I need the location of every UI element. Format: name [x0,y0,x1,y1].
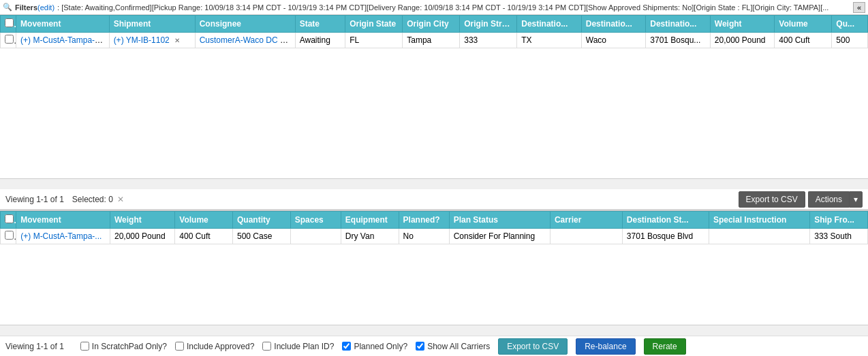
bottom-table-wrapper: Movement Weight Volume Quantity Spaces E… [0,211,868,325]
bot-col-spaces[interactable]: Spaces [290,212,341,229]
bottom-viewing-bar: Viewing 1-1 of 1 In ScratchPad Only? Inc… [0,336,868,356]
row-origin-state: FL [345,33,403,48]
bot-row-equipment: Dry Van [341,229,399,244]
rebalance-button[interactable]: Re-balance [576,338,635,355]
row-state: Awaiting [295,33,345,48]
bot-row-destst: 3701 Bosque Blvd [622,229,709,244]
collapse-button[interactable]: « [853,2,865,13]
top-col-origin-city[interactable]: Origin City [403,16,460,33]
row-volume: 400 Cuft [775,33,832,48]
bot-row-shipfrom: 333 South [810,229,868,244]
shipment-close-icon[interactable]: ✕ [174,37,180,44]
bot-col-movement[interactable]: Movement [16,212,110,229]
filter-edit-link[interactable]: (edit) [37,3,55,12]
bottom-viewing-text: Viewing 1-1 of 1 [5,342,64,351]
bottom-export-csv-button[interactable]: Export to CSV [498,338,568,355]
bottom-table: Movement Weight Volume Quantity Spaces E… [0,211,868,244]
top-section: Movement Shipment Consignee State Origin… [0,15,868,211]
top-col-dest3[interactable]: Destinatio... [646,16,711,33]
bot-col-volume[interactable]: Volume [175,212,233,229]
bot-row-movement: (+) M-CustA-Tampa-... [16,229,110,244]
row-weight: 20,000 Pound [710,33,775,48]
top-col-dest1[interactable]: Destinatio... [517,16,582,33]
row-dest3: 3701 Bosqu... [646,33,711,48]
consignee-link[interactable]: CustomerA-Waco DC Waco.... [200,35,296,45]
filter-label: Filters [15,3,37,12]
include-planid-checkbox-label[interactable]: Include Plan ID? [262,342,334,351]
include-planid-checkbox[interactable] [262,342,271,351]
bottom-select-all-checkbox[interactable] [5,214,14,223]
top-selected-text: Selected: 0 [72,195,113,204]
top-viewing-bar: Viewing 1-1 of 1 Selected: 0 ✕ Export to… [0,189,868,210]
row-consignee: CustomerA-Waco DC Waco.... [195,33,295,48]
include-approved-checkbox[interactable] [175,342,184,351]
row-check-cell[interactable] [1,33,16,48]
bot-col-check[interactable] [1,212,16,229]
top-col-origin-stre[interactable]: Origin Stre... [460,16,517,33]
bot-col-destst[interactable]: Destination St... [622,212,709,229]
top-export-csv-button[interactable]: Export to CSV [739,191,805,208]
bot-col-planned[interactable]: Planned? [399,212,449,229]
bot-col-quantity[interactable]: Quantity [233,212,291,229]
top-col-qty[interactable]: Qu... [832,16,868,33]
top-select-all-checkbox[interactable] [5,18,14,27]
bot-row-planstatus: Consider For Planning [449,229,550,244]
bot-row-carrier [550,229,622,244]
movement-link[interactable]: (+) M-CustA-Tampa-Bran... [20,35,109,45]
row-dest1: TX [517,33,582,48]
top-col-check[interactable] [1,16,16,33]
planned-only-checkbox-label[interactable]: Planned Only? [342,342,407,351]
clear-selection-icon[interactable]: ✕ [117,195,124,204]
bot-movement-link[interactable]: (+) M-CustA-Tampa-... [20,231,102,241]
row-origin-city: Tampa [403,33,460,48]
include-approved-checkbox-label[interactable]: Include Approved? [175,342,254,351]
top-col-state[interactable]: State [295,16,345,33]
planned-only-label: Planned Only? [354,342,407,351]
bot-row-spaces [290,229,341,244]
bot-col-planstatus[interactable]: Plan Status [449,212,550,229]
actions-dropdown-button[interactable]: ▾ [849,191,863,208]
top-col-movement[interactable]: Movement [16,16,110,33]
actions-button-group: Actions ▾ [808,191,863,208]
bot-col-equipment[interactable]: Equipment [341,212,399,229]
scratchpad-checkbox-label[interactable]: In ScratchPad Only? [80,342,167,351]
bot-row-checkbox[interactable] [5,231,14,240]
bottom-table-header: Movement Weight Volume Quantity Spaces E… [1,212,868,229]
bot-row-weight: 20,000 Pound [110,229,174,244]
actions-button[interactable]: Actions [808,191,849,208]
top-col-consignee[interactable]: Consignee [195,16,295,33]
scratchpad-checkbox[interactable] [80,342,89,351]
show-all-carriers-checkbox-label[interactable]: Show All Carriers [416,342,490,351]
table-row: (+) M-CustA-Tampa-Bran... (+) YM-IB-1102… [1,33,868,48]
shipment-link[interactable]: (+) YM-IB-1102 [114,35,170,45]
bot-col-shipfrom[interactable]: Ship Fro... [810,212,868,229]
bot-row-check[interactable] [1,229,16,244]
row-checkbox[interactable] [5,35,14,44]
bottom-horizontal-scrollbar[interactable] [0,325,868,336]
bot-row-quantity: 500 Case [233,229,291,244]
bot-col-carrier[interactable]: Carrier [550,212,622,229]
filter-text: : [State: Awaiting,Confirmed][Pickup Ran… [57,3,828,12]
bot-row-special [709,229,809,244]
bot-col-special[interactable]: Special Instruction [709,212,809,229]
show-all-carriers-label: Show All Carriers [427,342,490,351]
planned-only-checkbox[interactable] [342,342,351,351]
bottom-table-row: (+) M-CustA-Tampa-... 20,000 Pound 400 C… [1,229,868,244]
top-col-shipment[interactable]: Shipment [109,16,195,33]
bot-row-planned: No [399,229,449,244]
top-col-dest2[interactable]: Destinatio... [581,16,646,33]
show-all-carriers-checkbox[interactable] [416,342,424,351]
rerate-button[interactable]: Rerate [644,338,686,355]
include-planid-label: Include Plan ID? [274,342,334,351]
include-approved-label: Include Approved? [187,342,254,351]
top-col-weight[interactable]: Weight [710,16,775,33]
row-dest2: Waco [581,33,646,48]
top-horizontal-scrollbar[interactable] [0,178,868,189]
bot-col-weight[interactable]: Weight [110,212,174,229]
top-col-volume[interactable]: Volume [775,16,832,33]
row-qty: 500 [832,33,868,48]
top-col-origin-state[interactable]: Origin State [345,16,403,33]
row-shipment: (+) YM-IB-1102 ✕ [109,33,195,48]
bot-row-volume: 400 Cuft [175,229,233,244]
top-action-buttons: Export to CSV Actions ▾ [739,191,863,208]
